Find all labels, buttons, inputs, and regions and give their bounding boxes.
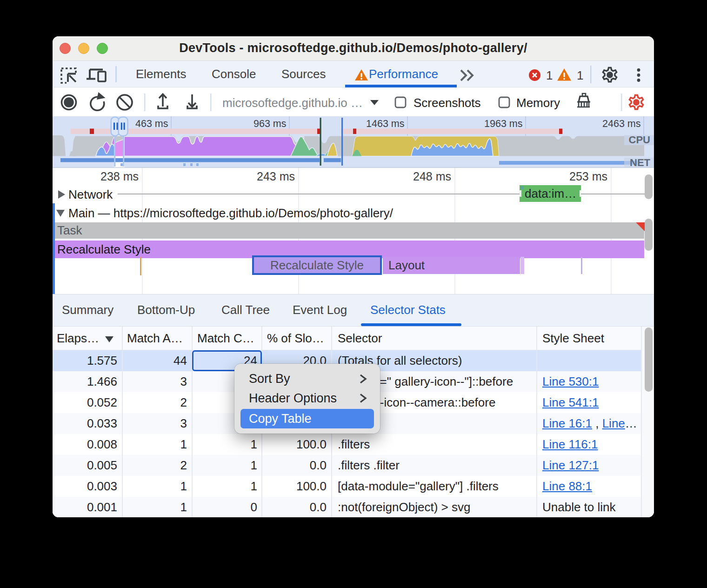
svg-text:1963 ms: 1963 ms bbox=[484, 118, 522, 129]
svg-text:1: 1 bbox=[546, 68, 553, 82]
svg-text:Memory: Memory bbox=[516, 96, 560, 110]
svg-text:microsoftedge.github.io …: microsoftedge.github.io … bbox=[222, 96, 363, 110]
svg-text:963 ms: 963 ms bbox=[253, 118, 287, 129]
svg-text:NET: NET bbox=[630, 157, 651, 168]
svg-text:1463 ms: 1463 ms bbox=[366, 118, 404, 129]
svg-text:1: 1 bbox=[577, 68, 583, 82]
svg-text:Screenshots: Screenshots bbox=[414, 96, 481, 110]
svg-text:463 ms: 463 ms bbox=[135, 118, 168, 129]
svg-text:CPU: CPU bbox=[629, 134, 650, 146]
svg-text:2463 ms: 2463 ms bbox=[602, 118, 640, 129]
